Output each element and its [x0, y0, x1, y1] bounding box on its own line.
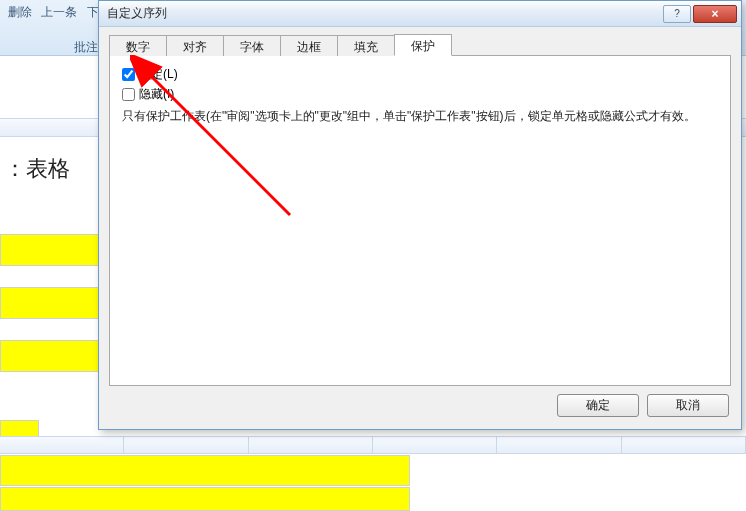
- yellow-cell: [0, 455, 410, 486]
- lock-label: 锁定(L): [139, 66, 178, 83]
- yellow-cell: [0, 340, 111, 372]
- delete-button[interactable]: 删除: [8, 5, 32, 19]
- tab-strip: 数字 对齐 字体 边框 填充 保护: [109, 33, 731, 55]
- prev-button[interactable]: 上一条: [41, 5, 77, 19]
- tab-content-protect: 锁定(L) 隐藏(I) 只有保护工作表(在"审阅"选项卡上的"更改"组中，单击"…: [109, 55, 731, 386]
- tab-font[interactable]: 字体: [223, 35, 281, 56]
- dialog-body: 数字 对齐 字体 边框 填充 保护 锁定(L) 隐藏(I) 只有保护工作表(在"…: [99, 27, 741, 429]
- dialog-titlebar: 自定义序列 ? ×: [99, 1, 741, 27]
- dialog-title: 自定义序列: [107, 5, 661, 22]
- hide-checkbox-row[interactable]: 隐藏(I): [122, 86, 718, 103]
- next-button-partial[interactable]: 下: [87, 5, 99, 19]
- lock-checkbox[interactable]: [122, 68, 135, 81]
- hide-checkbox[interactable]: [122, 88, 135, 101]
- protect-note: 只有保护工作表(在"审阅"选项卡上的"更改"组中，单击"保护工作表"按钮)后，锁…: [122, 107, 718, 125]
- sheet-text: ：表格: [0, 150, 74, 188]
- help-button[interactable]: ?: [663, 5, 691, 23]
- yellow-cell: [0, 287, 111, 319]
- hide-label: 隐藏(I): [139, 86, 174, 103]
- tab-border[interactable]: 边框: [280, 35, 338, 56]
- tab-protect[interactable]: 保护: [394, 34, 452, 56]
- column-headers-lower: [0, 436, 746, 454]
- dialog-button-row: 确定 取消: [109, 386, 731, 421]
- tab-fill[interactable]: 填充: [337, 35, 395, 56]
- cancel-button[interactable]: 取消: [647, 394, 729, 417]
- yellow-cell: [0, 487, 410, 511]
- lock-checkbox-row[interactable]: 锁定(L): [122, 66, 718, 83]
- batch-annotation[interactable]: 批注: [74, 40, 98, 54]
- format-cells-dialog: 自定义序列 ? × 数字 对齐 字体 边框 填充 保护 锁定(L) 隐藏(I) …: [98, 0, 742, 430]
- ok-button[interactable]: 确定: [557, 394, 639, 417]
- yellow-cell: [0, 234, 111, 266]
- tab-number[interactable]: 数字: [109, 35, 167, 56]
- close-button[interactable]: ×: [693, 5, 737, 23]
- tab-align[interactable]: 对齐: [166, 35, 224, 56]
